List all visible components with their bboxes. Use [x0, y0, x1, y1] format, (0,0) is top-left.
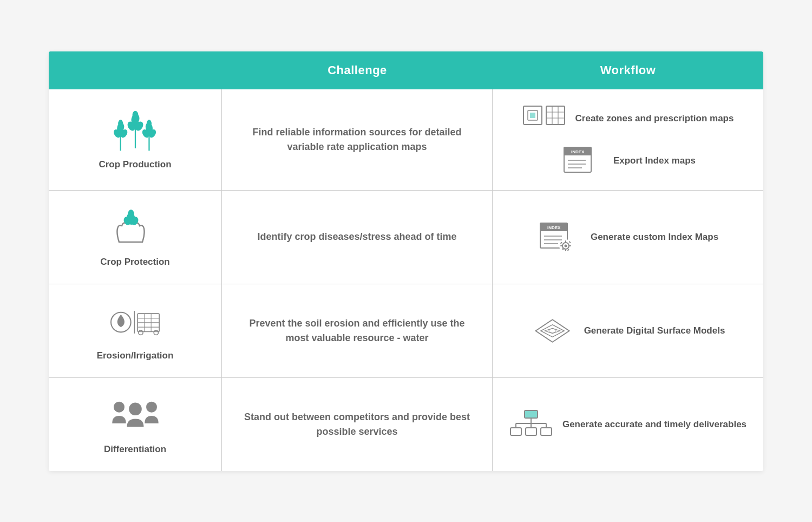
workflow-label: Generate Digital Surface Models: [584, 324, 725, 337]
workflow-cell-differentiation: Generate accurate and timely deliverable…: [493, 378, 763, 471]
table-row: Differentiation Stand out between compet…: [49, 378, 763, 471]
svg-text:INDEX: INDEX: [547, 225, 561, 230]
workflow-item: INDEX: [538, 221, 718, 253]
workflow-item: Generate Digital Surface Models: [531, 315, 725, 347]
header-workflow: Workflow: [493, 51, 763, 89]
svg-point-45: [564, 244, 567, 247]
category-label-crop-production: Crop Production: [99, 159, 171, 170]
workflow-cell-crop-protection: INDEX: [493, 191, 763, 284]
table-row: Crop Production Find reliable informatio…: [49, 89, 763, 191]
crop-protection-icon: [108, 207, 162, 250]
svg-rect-20: [530, 113, 535, 118]
table-header: Challenge Workflow: [49, 51, 763, 89]
svg-text:INDEX: INDEX: [571, 149, 585, 154]
svg-point-15: [146, 120, 151, 128]
challenge-text-differentiation: Stand out between competitors and provid…: [222, 378, 493, 471]
challenge-text-erosion-irrigation: Prevent the soil erosion and efficiently…: [222, 284, 493, 377]
svg-point-58: [154, 330, 158, 335]
custom-index-icon: INDEX: [538, 221, 581, 253]
main-table: Challenge Workflow: [49, 51, 763, 471]
differentiation-icon: [108, 394, 162, 438]
svg-rect-46: [565, 240, 566, 243]
challenge-text-crop-protection: Identify crop diseases/stress ahead of t…: [222, 191, 493, 284]
header-empty: [49, 51, 222, 89]
category-label-erosion-irrigation: Erosion/Irrigation: [97, 350, 174, 361]
svg-rect-21: [546, 106, 565, 125]
svg-rect-69: [525, 411, 537, 417]
export-index-icon: INDEX: [560, 145, 604, 177]
challenge-text-crop-production: Find reliable information sources for de…: [222, 89, 493, 190]
table-row: Erosion/Irrigation Prevent the soil eros…: [49, 284, 763, 378]
svg-rect-48: [560, 245, 562, 246]
deliverables-icon: [509, 408, 553, 441]
svg-point-57: [138, 330, 142, 335]
svg-point-9: [132, 110, 138, 119]
workflow-cell-crop-production: Create zones and prescription maps INDEX…: [493, 89, 763, 190]
table-row: Crop Protection Identify crop diseases/s…: [49, 191, 763, 284]
svg-point-3: [118, 120, 123, 128]
category-cell-crop-production: Crop Production: [49, 89, 222, 190]
svg-point-64: [549, 329, 556, 333]
svg-rect-76: [526, 428, 536, 435]
workflow-item: INDEX Export Index maps: [560, 145, 696, 177]
workflow-label: Generate custom Index Maps: [591, 231, 718, 244]
svg-point-67: [129, 402, 142, 415]
dsm-icon: [531, 315, 574, 347]
erosion-irrigation-icon: [108, 301, 162, 344]
category-cell-crop-protection: Crop Protection: [49, 191, 222, 284]
category-cell-differentiation: Differentiation: [49, 378, 222, 471]
zones-map-icon: [522, 102, 566, 135]
header-challenge: Challenge: [222, 51, 493, 89]
workflow-item: Generate accurate and timely deliverable…: [509, 408, 746, 441]
crop-production-icon: [108, 109, 162, 153]
svg-rect-75: [510, 428, 521, 435]
workflow-item: Create zones and prescription maps: [522, 102, 734, 135]
svg-rect-49: [569, 245, 571, 246]
svg-point-66: [146, 401, 157, 412]
workflow-label: Generate accurate and timely deliverable…: [562, 418, 746, 431]
svg-rect-47: [565, 249, 566, 251]
category-label-crop-protection: Crop Protection: [100, 257, 169, 267]
svg-point-65: [114, 401, 125, 412]
workflow-label: Export Index maps: [613, 154, 696, 167]
category-label-differentiation: Differentiation: [104, 444, 166, 455]
category-cell-erosion-irrigation: Erosion/Irrigation: [49, 284, 222, 377]
svg-rect-77: [541, 428, 552, 435]
workflow-label: Create zones and prescription maps: [575, 112, 734, 125]
workflow-cell-erosion-irrigation: Generate Digital Surface Models: [493, 284, 763, 377]
